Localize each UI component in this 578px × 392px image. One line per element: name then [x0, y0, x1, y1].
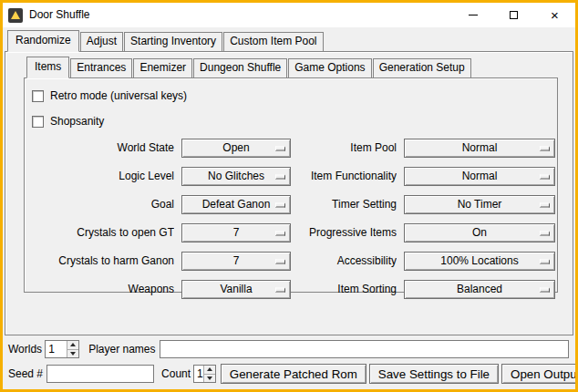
goal-label: Goal — [28, 198, 174, 211]
world-state-dropdown[interactable]: Open — [181, 139, 291, 158]
crystals-ganon-dropdown[interactable]: 7 — [181, 252, 291, 271]
close-button[interactable]: × — [534, 3, 575, 27]
open-output-directory-button[interactable]: Open Output Directory — [501, 364, 578, 384]
tab-custom-item-pool[interactable]: Custom Item Pool — [223, 32, 323, 52]
dropdown-indicator-icon — [275, 287, 285, 292]
logic-level-value: No Glitches — [208, 170, 264, 183]
retro-mode-checkbox[interactable]: Retro mode (universal keys) — [32, 88, 553, 104]
item-sorting-value: Balanced — [457, 283, 502, 296]
checkbox-box-icon — [32, 116, 44, 128]
dropdown-indicator-icon — [275, 146, 285, 150]
item-functionality-value: Normal — [462, 170, 498, 183]
save-settings-button[interactable]: Save Settings to File — [369, 364, 499, 384]
crystals-gt-dropdown[interactable]: 7 — [181, 223, 291, 242]
goal-dropdown[interactable]: Defeat Ganon — [181, 195, 291, 214]
minimize-button[interactable] — [452, 3, 493, 27]
seed-label: Seed # — [8, 367, 43, 381]
item-functionality-dropdown[interactable]: Normal — [404, 167, 555, 186]
item-pool-value: Normal — [462, 141, 498, 155]
weapons-value: Vanilla — [220, 283, 252, 296]
main-tab-bar: Randomize Adjust Starting Inventory Cust… — [5, 30, 573, 51]
checkbox-box-icon — [32, 90, 44, 102]
shopsanity-checkbox[interactable]: Shopsanity — [32, 113, 553, 129]
weapons-label: Weapons — [28, 283, 174, 296]
timer-setting-dropdown[interactable]: No Timer — [404, 195, 555, 214]
maximize-icon — [510, 11, 518, 19]
goal-value: Defeat Ganon — [202, 198, 271, 211]
options-grid: World State Open Item Pool Normal Logic … — [28, 139, 553, 299]
timer-setting-label: Timer Setting — [298, 198, 397, 211]
tab-generation-setup[interactable]: Generation Setup — [373, 58, 471, 78]
accessibility-value: 100% Locations — [440, 254, 518, 268]
worlds-spinner[interactable]: 1 — [45, 340, 79, 358]
retro-mode-label: Retro mode (universal keys) — [50, 89, 187, 103]
tab-starting-inventory[interactable]: Starting Inventory — [124, 32, 222, 52]
player-names-label: Player names — [88, 343, 155, 356]
spinner-arrows — [67, 341, 78, 357]
worlds-spin-down-button[interactable] — [67, 349, 78, 358]
progressive-items-dropdown[interactable]: On — [404, 223, 555, 242]
item-pool-label: Item Pool — [298, 141, 397, 155]
accessibility-label: Accessibility — [298, 254, 397, 268]
app-window: Door Shuffle × Randomize Adjust Starting… — [0, 0, 578, 392]
tab-entrances[interactable]: Entrances — [70, 58, 132, 78]
count-spin-down-button[interactable] — [204, 374, 215, 383]
crystals-gt-value: 7 — [233, 226, 240, 240]
count-spin-up-button[interactable] — [204, 366, 215, 374]
dropdown-indicator-icon — [540, 259, 550, 263]
crystals-ganon-value: 7 — [233, 254, 240, 268]
logic-level-dropdown[interactable]: No Glitches — [181, 167, 291, 186]
crystals-ganon-label: Crystals to harm Ganon — [28, 254, 174, 268]
tab-items[interactable]: Items — [26, 57, 69, 78]
worlds-spin-up-button[interactable] — [67, 341, 78, 349]
tab-randomize[interactable]: Randomize — [7, 30, 79, 52]
arrow-up-icon — [207, 367, 212, 371]
generate-patched-rom-button[interactable]: Generate Patched Rom — [221, 364, 366, 384]
arrow-down-icon — [207, 377, 212, 380]
titlebar: Door Shuffle × — [3, 3, 575, 27]
dropdown-indicator-icon — [540, 146, 550, 150]
app-icon — [8, 8, 23, 23]
progressive-items-value: On — [472, 226, 487, 240]
dropdown-indicator-icon — [540, 287, 550, 292]
randomize-panel: Items Entrances Enemizer Dungeon Shuffle… — [5, 51, 573, 335]
item-sorting-dropdown[interactable]: Balanced — [404, 280, 555, 299]
arrow-down-icon — [70, 352, 76, 356]
dropdown-indicator-icon — [275, 174, 285, 179]
tab-adjust[interactable]: Adjust — [80, 32, 123, 52]
item-functionality-label: Item Functionality — [298, 170, 397, 183]
tab-dungeon-shuffle[interactable]: Dungeon Shuffle — [193, 58, 287, 78]
titlebar-left: Door Shuffle — [3, 8, 90, 23]
seed-row: Seed # Count 1 Generate Patched Rom Save… — [8, 364, 571, 384]
timer-setting-value: No Timer — [458, 198, 502, 211]
items-panel: Retro mode (universal keys) Shopsanity W… — [24, 77, 558, 293]
maximize-button[interactable] — [493, 3, 534, 27]
tab-game-options[interactable]: Game Options — [288, 58, 371, 78]
worlds-row: Worlds 1 Player names — [8, 340, 571, 358]
dropdown-indicator-icon — [275, 259, 285, 263]
close-icon: × — [551, 11, 559, 20]
dropdown-indicator-icon — [275, 202, 285, 207]
count-label: Count — [161, 367, 191, 381]
client-area: Randomize Adjust Starting Inventory Cust… — [3, 27, 575, 389]
crystals-gt-label: Crystals to open GT — [28, 226, 174, 240]
item-sorting-label: Item Sorting — [298, 283, 397, 296]
tab-enemizer[interactable]: Enemizer — [133, 58, 192, 78]
spinner-arrows — [203, 366, 215, 382]
randomize-tab-bar: Items Entrances Enemizer Dungeon Shuffle… — [24, 57, 558, 77]
seed-input[interactable] — [46, 365, 154, 383]
dropdown-indicator-icon — [275, 231, 285, 235]
dropdown-indicator-icon — [540, 202, 550, 207]
count-spinner[interactable]: 1 — [193, 365, 216, 383]
caption-buttons: × — [452, 3, 575, 27]
window-title: Door Shuffle — [29, 8, 90, 22]
item-pool-dropdown[interactable]: Normal — [404, 139, 555, 158]
weapons-dropdown[interactable]: Vanilla — [181, 280, 291, 299]
randomize-notebook: Items Entrances Enemizer Dungeon Shuffle… — [24, 57, 558, 293]
accessibility-dropdown[interactable]: 100% Locations — [404, 252, 555, 271]
progressive-items-label: Progressive Items — [298, 226, 397, 240]
worlds-value: 1 — [46, 341, 67, 357]
arrow-up-icon — [70, 343, 76, 346]
dropdown-indicator-icon — [540, 174, 550, 179]
player-names-input[interactable] — [160, 340, 570, 358]
